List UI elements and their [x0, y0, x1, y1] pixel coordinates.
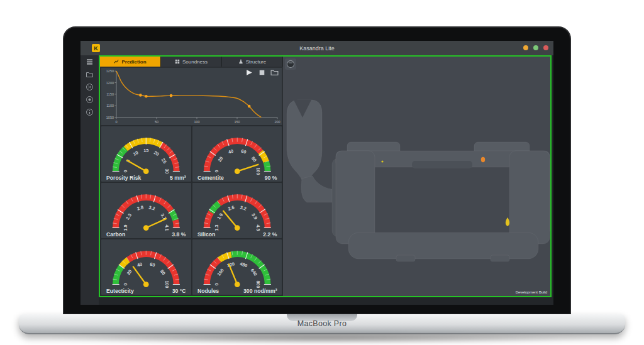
gauge-porosity-risk: 051015202530Porosity Risk5 mm³ — [101, 126, 191, 182]
laptop-base: MacBook Pro — [19, 314, 625, 334]
defect-marker — [481, 157, 485, 162]
svg-text:90 %: 90 % — [264, 175, 277, 181]
gauge-cementite: 020406080100Cementite90 % — [192, 126, 282, 182]
record-circle-icon[interactable] — [86, 96, 94, 104]
casting-part — [283, 57, 550, 296]
app-window: K Kasandra Lite — [80, 41, 553, 305]
svg-text:800: 800 — [255, 281, 260, 288]
titlebar: K Kasandra Lite — [80, 41, 553, 55]
menu-icon[interactable] — [86, 58, 94, 66]
svg-text:30 °C: 30 °C — [172, 288, 187, 294]
close-button[interactable] — [543, 45, 548, 50]
soundness-tab-icon — [175, 59, 180, 64]
svg-text:5 mm³: 5 mm³ — [170, 175, 186, 181]
structure-tab-icon — [238, 59, 243, 64]
svg-text:200: 200 — [274, 120, 280, 124]
play-icon[interactable] — [245, 69, 253, 76]
svg-text:20: 20 — [216, 155, 224, 163]
cooling-curve-panel: 10501100115012001250050100150200 — [101, 68, 282, 125]
dashboard-column: Prediction Soundness Structure — [100, 57, 283, 296]
svg-text:480: 480 — [239, 261, 248, 268]
device-label: MacBook Pro — [19, 319, 625, 328]
client-area: Prediction Soundness Structure — [99, 55, 552, 297]
tab-label: Prediction — [121, 59, 146, 65]
svg-text:20: 20 — [153, 150, 160, 157]
info-icon[interactable] — [86, 108, 94, 116]
svg-text:0: 0 — [123, 170, 128, 173]
gauge-nodules: 0160320480640800Nodules300 nod/mm³ — [192, 239, 282, 295]
tab-prediction[interactable]: Prediction — [100, 57, 161, 67]
svg-text:1.3: 1.3 — [213, 225, 219, 231]
svg-text:15: 15 — [143, 148, 148, 153]
svg-text:4.5: 4.5 — [255, 225, 260, 231]
svg-text:3.2: 3.2 — [239, 204, 247, 212]
tab-label: Soundness — [182, 59, 208, 65]
svg-text:0: 0 — [213, 283, 219, 286]
gauge-grid: 051015202530Porosity Risk5 mm³0204060801… — [100, 125, 283, 296]
svg-text:100: 100 — [194, 120, 199, 124]
svg-text:3.9: 3.9 — [250, 212, 258, 221]
maximize-button[interactable] — [533, 45, 538, 50]
svg-text:150: 150 — [234, 120, 240, 124]
svg-text:1050: 1050 — [106, 116, 114, 119]
svg-text:40: 40 — [136, 261, 143, 268]
svg-text:100: 100 — [255, 168, 260, 175]
cooling-curve-chart: 10501100115012001250050100150200 — [101, 68, 282, 125]
svg-text:1.9: 1.9 — [216, 212, 224, 221]
window-controls — [523, 45, 548, 50]
svg-text:80: 80 — [250, 155, 257, 163]
tab-bar: Prediction Soundness Structure — [100, 57, 283, 67]
svg-text:2.3: 2.3 — [125, 212, 133, 221]
svg-text:3.8 %: 3.8 % — [172, 231, 186, 238]
svg-text:1.9: 1.9 — [123, 225, 128, 231]
build-watermark: Development Build — [516, 290, 547, 294]
sidebar — [80, 55, 99, 305]
svg-text:640: 640 — [249, 268, 258, 277]
svg-text:60: 60 — [240, 148, 247, 155]
svg-text:1150: 1150 — [106, 92, 114, 96]
gauge-silicon: 1.31.92.63.23.94.5Silicon2.2 % — [192, 183, 282, 238]
svg-text:300 nod/mm³: 300 nod/mm³ — [243, 288, 277, 294]
svg-text:Eutecticity: Eutecticity — [106, 288, 134, 294]
defect-marker — [506, 217, 509, 226]
gauge-eutecticity: 020406080100Eutecticity30 °C — [101, 239, 191, 295]
prediction-tab-icon — [114, 59, 119, 64]
svg-text:2.2 %: 2.2 % — [263, 231, 277, 238]
svg-text:20: 20 — [126, 268, 133, 276]
svg-text:Nodules: Nodules — [197, 288, 218, 294]
svg-text:30: 30 — [164, 169, 170, 174]
folder-open-icon[interactable] — [270, 69, 279, 76]
folder-icon[interactable] — [86, 70, 94, 79]
gauge-carbon: 1.92.32.83.23.74.1Carbon3.8 % — [101, 183, 191, 238]
defect-marker — [381, 160, 383, 162]
svg-text:3.2: 3.2 — [148, 204, 155, 211]
svg-text:Cementite: Cementite — [197, 175, 223, 181]
viewport-3d[interactable]: Development Build — [283, 57, 550, 296]
svg-text:0: 0 — [213, 170, 219, 173]
window-title: Kasandra Lite — [80, 45, 553, 52]
svg-text:25: 25 — [160, 157, 168, 164]
svg-text:0: 0 — [115, 120, 117, 124]
svg-text:60: 60 — [149, 261, 155, 268]
tab-soundness[interactable]: Soundness — [161, 57, 222, 67]
svg-text:2.6: 2.6 — [227, 204, 235, 212]
svg-text:1100: 1100 — [106, 104, 114, 107]
svg-text:10: 10 — [132, 150, 139, 157]
svg-text:Silicon: Silicon — [197, 231, 214, 238]
tab-label: Structure — [246, 59, 266, 65]
svg-text:40: 40 — [227, 148, 233, 155]
chart-toolbar — [245, 69, 279, 76]
svg-text:1250: 1250 — [106, 69, 114, 73]
svg-text:Porosity Risk: Porosity Risk — [106, 175, 142, 181]
minimize-button[interactable] — [523, 45, 528, 50]
svg-text:0: 0 — [123, 283, 128, 286]
tab-structure[interactable]: Structure — [222, 57, 283, 67]
svg-text:100: 100 — [164, 281, 170, 288]
app-logo: K — [92, 44, 100, 52]
stop-icon[interactable] — [258, 69, 266, 76]
svg-text:80: 80 — [159, 268, 167, 276]
app-body: Prediction Soundness Structure — [80, 55, 553, 305]
svg-text:50: 50 — [155, 120, 158, 124]
view-orientation-icon[interactable] — [285, 58, 296, 70]
close-circle-icon[interactable] — [86, 83, 94, 91]
